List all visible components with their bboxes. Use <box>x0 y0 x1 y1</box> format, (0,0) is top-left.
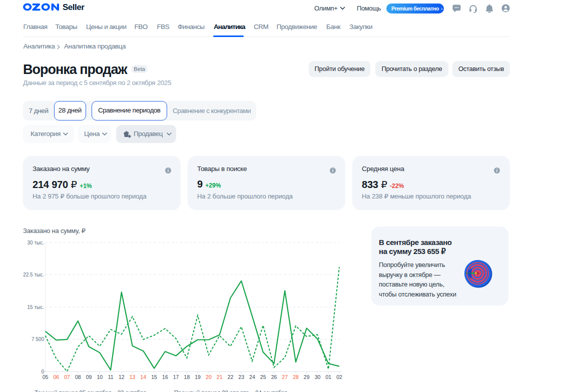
svg-text:30: 30 <box>315 374 321 380</box>
svg-text:16: 16 <box>162 374 168 380</box>
svg-text:13: 13 <box>130 374 136 380</box>
svg-text:01: 01 <box>325 374 331 380</box>
svg-text:19: 19 <box>195 374 201 380</box>
svg-text:12: 12 <box>119 374 125 380</box>
svg-text:05: 05 <box>43 374 49 380</box>
svg-text:20: 20 <box>206 374 212 380</box>
svg-text:18: 18 <box>184 374 190 380</box>
svg-text:27: 27 <box>282 374 288 380</box>
svg-text:29: 29 <box>304 374 310 380</box>
svg-text:30 тыс.: 30 тыс. <box>28 240 44 246</box>
svg-text:15 тыс.: 15 тыс. <box>28 304 44 310</box>
svg-text:15: 15 <box>151 374 157 380</box>
svg-text:24: 24 <box>249 374 255 380</box>
svg-text:10: 10 <box>97 374 103 380</box>
svg-text:14: 14 <box>140 374 146 380</box>
svg-text:28: 28 <box>293 374 299 380</box>
svg-text:22.5 тыс.: 22.5 тыс. <box>23 272 44 278</box>
svg-text:09: 09 <box>86 374 92 380</box>
svg-text:06: 06 <box>53 374 59 380</box>
svg-text:21: 21 <box>217 374 223 380</box>
svg-text:11: 11 <box>108 374 114 380</box>
svg-text:22: 22 <box>228 374 234 380</box>
svg-text:02: 02 <box>336 374 342 380</box>
svg-text:07: 07 <box>64 374 70 380</box>
svg-text:08: 08 <box>75 374 81 380</box>
svg-text:23: 23 <box>238 374 244 380</box>
svg-text:17: 17 <box>173 374 179 380</box>
svg-text:7 500: 7 500 <box>32 336 44 342</box>
svg-text:25: 25 <box>260 374 266 380</box>
svg-text:26: 26 <box>271 374 277 380</box>
